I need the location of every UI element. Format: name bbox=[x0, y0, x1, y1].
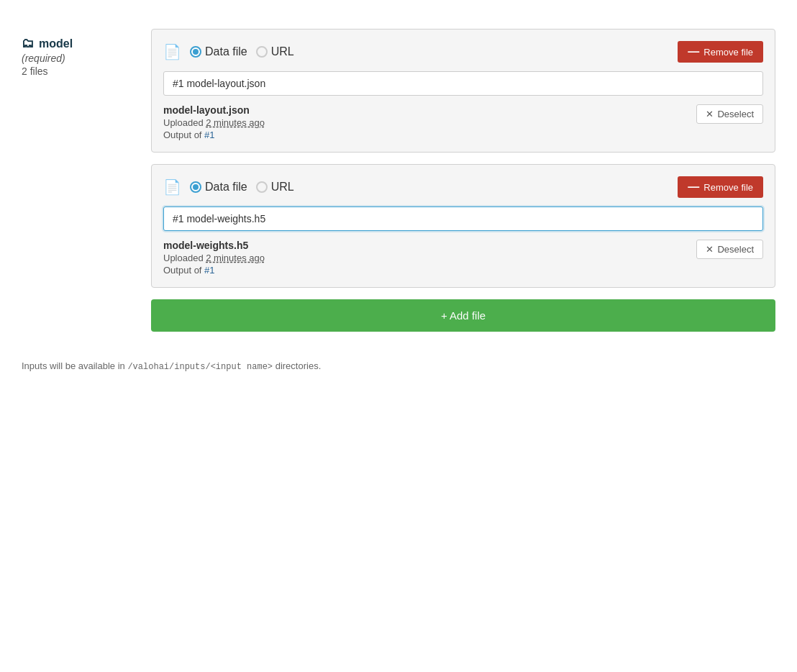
file-type-selector-1: 📄 Data file URL bbox=[163, 43, 294, 60]
footer-note: Inputs will be available in /valohai/inp… bbox=[14, 360, 783, 372]
footer-text-prefix: Inputs will be available in bbox=[22, 360, 127, 371]
x-icon-1: ✕ bbox=[706, 109, 714, 119]
parameter-title: 🗂 model bbox=[22, 36, 151, 51]
url-label-1: URL bbox=[271, 45, 294, 58]
footer-path: /valohai/inputs/<input name> bbox=[127, 362, 273, 372]
x-icon-2: ✕ bbox=[706, 244, 714, 255]
remove-file-label-1: Remove file bbox=[703, 47, 753, 58]
left-panel: 🗂 model (required) 2 files bbox=[22, 29, 151, 332]
remove-file-button-2[interactable]: — Remove file bbox=[678, 176, 763, 198]
output-link-1[interactable]: #1 bbox=[204, 130, 214, 140]
radio-url-1[interactable]: URL bbox=[256, 45, 294, 58]
time-link-2[interactable]: 2 minutes ago bbox=[206, 253, 265, 263]
deselect-label-1: Deselect bbox=[717, 109, 754, 119]
radio-data-file-2[interactable]: Data file bbox=[190, 181, 247, 194]
footer-text-suffix: directories. bbox=[273, 360, 321, 371]
right-panel: 📄 Data file URL — Remove file bbox=[151, 29, 775, 332]
add-file-button[interactable]: + Add file bbox=[151, 299, 775, 332]
radio-url-input-2[interactable] bbox=[256, 181, 268, 193]
file-info-2: model-weights.h5 Uploaded 2 minutes ago … bbox=[163, 240, 763, 276]
required-label: (required) bbox=[22, 53, 151, 64]
minus-icon-2: — bbox=[688, 181, 699, 194]
radio-data-file-1[interactable]: Data file bbox=[190, 45, 247, 58]
deselect-button-1[interactable]: ✕ Deselect bbox=[696, 104, 763, 124]
remove-file-button-1[interactable]: — Remove file bbox=[678, 41, 763, 63]
data-file-label-1: Data file bbox=[205, 45, 247, 58]
radio-data-file-input-2[interactable] bbox=[190, 181, 201, 193]
file-doc-icon-2: 📄 bbox=[163, 178, 181, 196]
output-link-2[interactable]: #1 bbox=[204, 265, 214, 276]
file-card-1-header: 📄 Data file URL — Remove file bbox=[163, 41, 763, 63]
time-link-1[interactable]: 2 minutes ago bbox=[206, 117, 265, 128]
file-details-1: model-layout.json Uploaded 2 minutes ago… bbox=[163, 104, 265, 140]
file-info-1: model-layout.json Uploaded 2 minutes ago… bbox=[163, 104, 763, 140]
file-details-2: model-weights.h5 Uploaded 2 minutes ago … bbox=[163, 240, 265, 276]
file-doc-icon-1: 📄 bbox=[163, 43, 181, 60]
file-output-2: Output of #1 bbox=[163, 265, 265, 276]
file-count: 2 files bbox=[22, 65, 151, 77]
add-file-label: + Add file bbox=[441, 309, 486, 322]
file-name-1: model-layout.json bbox=[163, 104, 265, 116]
upload-time-1: Uploaded 2 minutes ago bbox=[163, 117, 265, 128]
deselect-label-2: Deselect bbox=[717, 244, 754, 255]
data-file-label-2: Data file bbox=[205, 181, 247, 194]
folder-icon: 🗂 bbox=[22, 36, 35, 51]
file-card-2: 📄 Data file URL — Remove file bbox=[151, 164, 775, 288]
url-label-2: URL bbox=[271, 181, 294, 194]
parameter-name: model bbox=[39, 37, 73, 50]
file-name-2: model-weights.h5 bbox=[163, 240, 265, 251]
file-card-2-header: 📄 Data file URL — Remove file bbox=[163, 176, 763, 198]
page-container: 🗂 model (required) 2 files 📄 Data file U… bbox=[14, 14, 783, 346]
radio-data-file-input-1[interactable] bbox=[190, 46, 201, 58]
upload-time-2: Uploaded 2 minutes ago bbox=[163, 253, 265, 263]
radio-url-2[interactable]: URL bbox=[256, 181, 294, 194]
file-output-1: Output of #1 bbox=[163, 130, 265, 140]
file-type-selector-2: 📄 Data file URL bbox=[163, 178, 294, 196]
file-input-2[interactable] bbox=[163, 206, 763, 231]
deselect-button-2[interactable]: ✕ Deselect bbox=[696, 240, 763, 259]
remove-file-label-2: Remove file bbox=[703, 182, 753, 193]
file-input-1[interactable] bbox=[163, 71, 763, 96]
minus-icon-1: — bbox=[688, 45, 699, 58]
file-card-1: 📄 Data file URL — Remove file bbox=[151, 29, 775, 153]
radio-url-input-1[interactable] bbox=[256, 46, 268, 58]
